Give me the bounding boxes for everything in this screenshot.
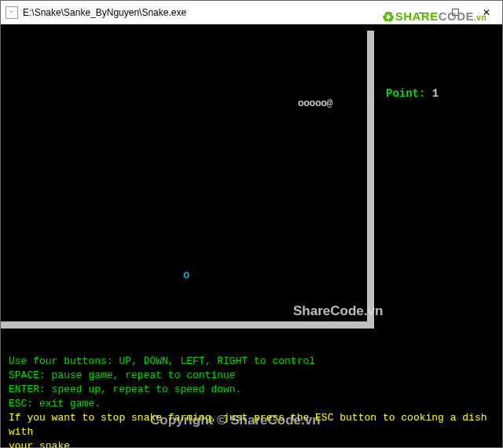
watermark-copyright: Copyright © ShareCode.vn — [150, 413, 321, 428]
playfield-wall-right — [367, 31, 374, 325]
playfield: ooooo@ o — [1, 24, 367, 325]
app-icon: ▫ — [6, 6, 18, 19]
snake-body: ooooo@ — [298, 97, 332, 109]
score-value: 1 — [432, 87, 439, 100]
instruction-controls: Use four buttons: UP, DOWN, LEFT, RIGHT … — [9, 354, 496, 369]
score-label: Point: — [386, 87, 425, 100]
instruction-pause: SPACE: pause game, repeat to continue — [9, 369, 496, 383]
logo-code-text: CODE — [439, 9, 474, 23]
instructions-panel: Use four buttons: UP, DOWN, LEFT, RIGHT … — [9, 354, 496, 448]
window-frame: ▫ E:\Snake\Sanke_ByNguyen\Snake.exe — ☐ … — [0, 0, 503, 448]
score-panel: Point: 1 — [386, 87, 439, 100]
instruction-tip-line2: your snake — [9, 439, 496, 448]
playfield-wall-bottom — [1, 321, 374, 329]
food-item: o — [183, 269, 189, 281]
logo-vn-text: .vn — [474, 13, 486, 22]
watermark-logo: ♻SHARECODE.vn — [382, 9, 486, 26]
window-title: E:\Snake\Sanke_ByNguyen\Snake.exe — [23, 7, 408, 18]
instruction-speed: ENTER: speed up, repeat to speed down. — [9, 383, 496, 397]
console-area: ♻SHARECODE.vn ooooo@ o Point: 1 ShareCod… — [1, 24, 502, 447]
watermark-mid: ShareCode.vn — [293, 303, 383, 319]
logo-share-text: SHARE — [395, 9, 439, 23]
instruction-exit: ESC: exit game. — [9, 397, 496, 411]
recycle-icon: ♻ — [382, 9, 395, 25]
